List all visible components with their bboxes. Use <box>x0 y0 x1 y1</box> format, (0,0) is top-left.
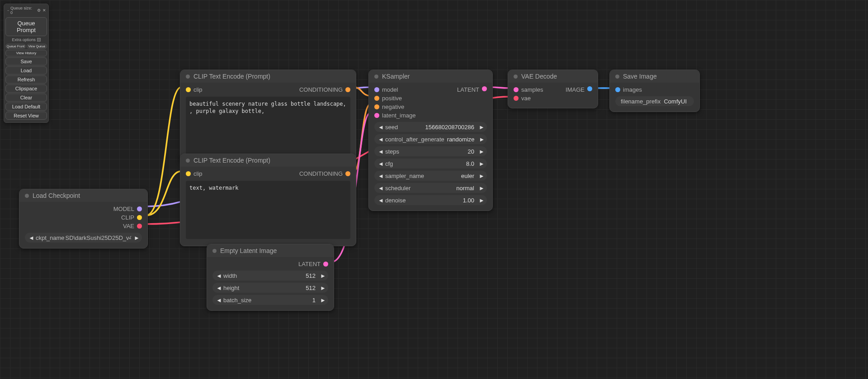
arrow-right-icon[interactable]: ► <box>479 160 483 167</box>
arrow-right-icon[interactable]: ► <box>320 285 325 291</box>
in-images-label: images <box>623 86 642 93</box>
arrow-right-icon[interactable]: ► <box>479 173 483 179</box>
in-positive-label: positive <box>382 95 402 102</box>
node-empty-latent[interactable]: Empty Latent Image LATENT ◄width512► ◄he… <box>207 244 334 311</box>
extra-options-label: Extra options <box>12 37 36 42</box>
arrow-right-icon[interactable]: ► <box>479 124 483 131</box>
steps-param[interactable]: ◄steps20► <box>374 146 487 156</box>
seed-param[interactable]: ◄seed156680208700286► <box>374 122 487 132</box>
port-latent-in[interactable] <box>374 113 379 118</box>
arrow-left-icon[interactable]: ◄ <box>378 136 382 143</box>
port-clip-out[interactable] <box>137 215 142 220</box>
node-save-image[interactable]: Save Image images filename_prefix ComfyU… <box>609 70 700 112</box>
clear-button[interactable]: Clear <box>5 94 47 102</box>
gear-icon[interactable]: ⚙ <box>37 8 41 13</box>
positive-prompt-input[interactable] <box>186 97 350 155</box>
height-param[interactable]: ◄height512► <box>212 283 328 293</box>
node-load-checkpoint[interactable]: Load Checkpoint MODEL CLIP VAE ◄ ckpt_na… <box>19 189 148 248</box>
view-queue-button[interactable]: View Queue <box>27 44 47 49</box>
queue-size-label: Queue size: 0 <box>10 6 35 15</box>
node-title: VAE Decode <box>521 73 557 80</box>
arrow-left-icon[interactable]: ◄ <box>216 285 221 291</box>
arrow-right-icon[interactable]: ► <box>479 197 483 204</box>
in-negative-label: negative <box>382 103 404 110</box>
load-default-button[interactable]: Load Default <box>5 103 47 111</box>
extra-options[interactable]: Extra options <box>5 37 47 43</box>
control-panel[interactable]: ∙∙ Queue size: 0 ⚙ ✕ Queue Prompt Extra … <box>4 4 49 123</box>
in-vae-label: vae <box>521 95 531 102</box>
scheduler-param[interactable]: ◄schedulernormal► <box>374 183 487 193</box>
refresh-button[interactable]: Refresh <box>5 75 47 84</box>
arrow-right-icon[interactable]: ► <box>320 297 325 304</box>
arrow-left-icon[interactable]: ◄ <box>378 160 382 167</box>
cfg-param[interactable]: ◄cfg8.0► <box>374 159 487 168</box>
node-title: Empty Latent Image <box>220 247 277 254</box>
save-button[interactable]: Save <box>5 57 47 66</box>
in-latent-label: latent_image <box>382 112 415 119</box>
load-button[interactable]: Load <box>5 66 47 75</box>
in-clip-label: clip <box>193 86 203 93</box>
out-vae-label: VAE <box>123 223 134 229</box>
port-cond-out[interactable] <box>345 171 350 176</box>
node-ksampler[interactable]: KSampler model positive negative latent_… <box>368 70 493 211</box>
port-images-in[interactable] <box>615 87 620 92</box>
port-model-out[interactable] <box>137 206 142 211</box>
arrow-left-icon[interactable]: ◄ <box>216 297 221 304</box>
arrow-left-icon[interactable]: ◄ <box>378 185 382 192</box>
node-title: CLIP Text Encode (Prompt) <box>193 157 270 164</box>
arrow-right-icon[interactable]: ► <box>479 148 483 155</box>
view-history-button[interactable]: View History <box>5 50 47 56</box>
queue-front-button[interactable]: Queue Front <box>5 44 26 49</box>
out-latent-label: LATENT <box>457 86 479 93</box>
close-icon[interactable]: ✕ <box>42 8 46 13</box>
ckpt-name-selector[interactable]: ◄ ckpt_nameSD\darkSushi25D25D_v40.safete… <box>25 233 142 243</box>
queue-prompt-button[interactable]: Queue Prompt <box>5 17 47 36</box>
in-samples-label: samples <box>521 86 543 93</box>
out-image-label: IMAGE <box>566 86 585 93</box>
arrow-left-icon[interactable]: ◄ <box>216 272 221 279</box>
arrow-left-icon[interactable]: ◄ <box>378 148 382 155</box>
arrow-right-icon[interactable]: ► <box>134 234 138 241</box>
node-title: CLIP Text Encode (Prompt) <box>193 73 270 80</box>
arrow-left-icon[interactable]: ◄ <box>378 124 382 131</box>
port-image-out[interactable] <box>587 86 592 91</box>
port-latent-out[interactable] <box>323 262 328 267</box>
out-model-label: MODEL <box>113 206 134 212</box>
filename-prefix-param[interactable]: filename_prefix ComfyUI <box>615 96 694 106</box>
out-clip-label: CLIP <box>121 214 134 221</box>
sampler-name-param[interactable]: ◄sampler_nameeuler► <box>374 171 487 181</box>
reset-view-button[interactable]: Reset View <box>5 112 47 120</box>
node-title: Save Image <box>623 73 657 80</box>
denoise-param[interactable]: ◄denoise1.00► <box>374 195 487 205</box>
extra-options-checkbox[interactable] <box>37 38 41 42</box>
port-model-in[interactable] <box>374 87 379 92</box>
node-title: Load Checkpoint <box>33 192 80 199</box>
negative-prompt-input[interactable] <box>186 181 350 239</box>
port-cond-out[interactable] <box>345 87 350 92</box>
node-clip-negative[interactable]: CLIP Text Encode (Prompt) clip CONDITION… <box>180 154 356 246</box>
arrow-right-icon[interactable]: ► <box>479 185 483 192</box>
port-positive-in[interactable] <box>374 96 379 101</box>
control-after-generate-param[interactable]: ◄control_after_generaterandomize► <box>374 134 487 144</box>
batch-size-param[interactable]: ◄batch_size1► <box>212 295 328 305</box>
node-clip-positive[interactable]: CLIP Text Encode (Prompt) clip CONDITION… <box>180 70 356 162</box>
port-samples-in[interactable] <box>514 87 519 92</box>
arrow-right-icon[interactable]: ► <box>479 136 484 143</box>
arrow-right-icon[interactable]: ► <box>320 272 325 279</box>
node-vae-decode[interactable]: VAE Decode samples vae IMAGE <box>508 70 598 108</box>
in-clip-label: clip <box>193 170 203 177</box>
arrow-left-icon[interactable]: ◄ <box>28 234 33 241</box>
port-latent-out[interactable] <box>482 86 487 91</box>
arrow-left-icon[interactable]: ◄ <box>378 173 382 179</box>
port-clip-in[interactable] <box>186 87 191 92</box>
port-vae-out[interactable] <box>137 224 142 229</box>
in-model-label: model <box>382 86 398 93</box>
port-negative-in[interactable] <box>374 104 379 109</box>
drag-handle-icon[interactable]: ∙∙ <box>7 8 9 13</box>
clipspace-button[interactable]: Clipspace <box>5 84 47 93</box>
width-param[interactable]: ◄width512► <box>212 271 328 281</box>
port-vae-in[interactable] <box>514 96 519 101</box>
out-cond-label: CONDITIONING <box>299 86 343 93</box>
arrow-left-icon[interactable]: ◄ <box>378 197 382 204</box>
port-clip-in[interactable] <box>186 171 191 176</box>
